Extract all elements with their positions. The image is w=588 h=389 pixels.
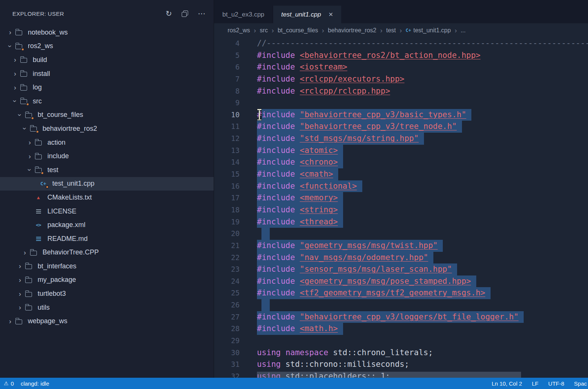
tree-item-include[interactable]: › include [0,149,214,163]
tree-item-build[interactable]: › build [0,53,214,67]
code-lines: 4 //------------------------------------… [214,38,588,378]
breadcrumb-label: ros2_ws [228,27,250,34]
code-line: 25 #include <tf2_geometry_msgs/tf2_geome… [214,287,588,299]
tree-item-package-xml[interactable]: <> package.xml [0,218,214,232]
line-text: using namespace std::chrono_literals; [257,347,433,359]
selection-highlight: #include <functional> [257,180,362,192]
line-text: #include <chrono> [257,156,343,168]
chevron-icon[interactable]: › [7,42,14,50]
code-token: #include [257,180,295,192]
code-token: <memory> [300,192,338,204]
line-text: using std::chrono::milliseconds; [257,359,409,371]
code-token [295,216,300,228]
tree-item-src[interactable]: › src [0,94,214,108]
tree-item-turtlebot3[interactable]: › turtlebot3 [0,287,214,301]
line-number: 16 [214,180,240,192]
editor-group: bt_u2_ex3.cpp test_unit1.cpp × ros2_ws›s… [214,0,588,378]
folder-icon-shape [35,141,42,145]
code-line: 21 #include "geometry_msgs/msg/twist.hpp… [214,240,588,252]
encoding-indicator[interactable]: UTF-8 [548,380,564,387]
chevron-icon[interactable]: › [21,249,29,256]
breadcrumb-item[interactable]: ros2_ws [228,27,250,34]
chevron-icon[interactable]: › [17,111,23,119]
collapse-folders-icon[interactable] [182,11,188,17]
breadcrumb-item[interactable]: bt_course_files [278,27,318,34]
line-number: 24 [214,275,240,288]
workbench: EXPLORER: USER ↻ ⋯ › notebook_ws › ros2_… [0,0,588,378]
chevron-icon[interactable]: › [11,56,19,63]
chevron-icon[interactable]: › [21,124,28,133]
code-token: <tf2_geometry_msgs/tf2_geometry_msgs.h> [300,287,485,299]
tree-item-notebook-ws[interactable]: › notebook_ws [0,26,214,39]
code-line: 7 #include <rclcpp/executors.hpp> [214,73,588,85]
chevron-icon[interactable]: › [11,70,19,77]
code-editor[interactable]: 4 //------------------------------------… [214,38,588,378]
chevron-icon[interactable]: › [11,84,19,91]
chevron-icon[interactable]: › [16,291,24,297]
code-token [295,85,300,97]
folder-icon-shape [20,58,27,63]
more-actions-icon[interactable]: ⋯ [198,10,205,17]
selection-highlight: #include "std_msgs/msg/string.hpp" [257,133,424,145]
line-number: 8 [214,85,240,97]
problems-status[interactable]: ⚠ 0 [4,380,14,387]
tree-item-test-unit1-cpp[interactable]: C+ test_unit1.cpp [0,177,214,191]
md-file-icon [34,235,43,243]
tab-test-unit1-cpp[interactable]: test_unit1.cpp × [273,6,342,23]
tree-item-log[interactable]: › log [0,80,214,94]
tree-item-bt-interfaces[interactable]: › bt_interfaces [0,259,214,273]
chevron-icon[interactable]: › [6,29,14,36]
breadcrumb-item[interactable]: ... [460,27,465,34]
indentation-indicator[interactable]: Spac [574,380,587,387]
chevron-icon[interactable]: › [16,277,24,283]
chevron-icon[interactable]: › [26,153,34,160]
tree-item-label: test [47,166,58,174]
chevron-icon[interactable]: › [26,139,34,146]
code-token: //--------------------------------------… [257,38,588,50]
chevron-icon[interactable]: › [26,166,33,174]
selection-highlight: #include "behaviortree_cpp_v3/tree_node.… [257,121,462,133]
tree-item-my-package[interactable]: › my_package [0,273,214,287]
refresh-icon[interactable]: ↻ [166,10,172,17]
chevron-icon[interactable]: › [12,97,18,105]
tree-item-license[interactable]: LICENSE [0,204,214,218]
tree-item-utils[interactable]: › utils [0,301,214,315]
breadcrumb-item[interactable]: src [260,27,268,34]
code-line: 9 [214,97,588,109]
tree-item-test[interactable]: › test [0,163,214,177]
tab-bt-u2-ex3-cpp[interactable]: bt_u2_ex3.cpp [214,6,273,23]
breadcrumb-label: test_unit1.cpp [413,27,451,34]
clangd-status[interactable]: clangd: idle [21,380,49,387]
close-icon[interactable]: × [328,10,333,19]
chevron-icon[interactable]: › [16,304,24,311]
explorer-header: EXPLORER: USER ↻ ⋯ [0,0,214,26]
breadcrumb-item[interactable]: behaviortree_ros2 [328,27,377,34]
breadcrumb-separator-icon: › [454,27,457,35]
breadcrumb-item[interactable]: test [386,27,396,34]
tree-item-readme-md[interactable]: README.md [0,232,214,246]
cursor-position-indicator[interactable]: Ln 10, Col 2 [492,380,522,387]
code-line: 30 using namespace std::chrono_literals; [214,347,588,359]
tree-item-install[interactable]: › install [0,67,214,81]
line-text: #include <thread> [257,216,343,228]
breadcrumb-item[interactable]: C+test_unit1.cpp [406,27,451,34]
tree-item-webpage-ws[interactable]: › webpage_ws [0,314,214,328]
code-token [295,121,300,133]
tree-item-behaviortree-ros2[interactable]: › behaviortree_ros2 [0,122,214,136]
tree-item-cmakelists-txt[interactable]: ▲ CMakeLists.txt [0,191,214,204]
eol-indicator[interactable]: LF [532,380,539,387]
status-bar: ⚠ 0 clangd: idle Ln 10, Col 2 LF UTF-8 S… [0,378,588,389]
tree-item-behaviortree-cpp[interactable]: › BehaviorTree.CPP [0,246,214,260]
tree-item-ros2-ws[interactable]: › ros2_ws [0,39,214,53]
modified-dot [26,103,29,106]
tree-item-bt-course-files[interactable]: › bt_course_files [0,108,214,122]
folder-icon [24,111,33,119]
code-line: 8 #include <rclcpp/rclcpp.hpp> [214,85,588,97]
folder-icon-shape [35,154,42,159]
chevron-icon[interactable]: › [6,318,14,325]
tree-item-action[interactable]: › action [0,136,214,150]
folder-icon [19,97,28,105]
horizontal-scrollbar[interactable] [257,372,521,378]
line-number: 27 [214,311,240,323]
chevron-icon[interactable]: › [16,263,24,269]
